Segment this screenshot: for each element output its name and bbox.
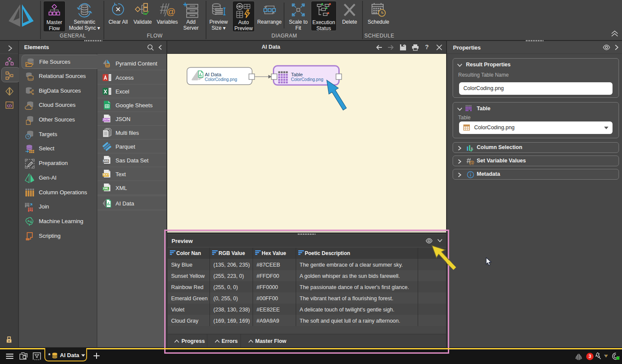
svg-text:@: @	[469, 160, 474, 165]
svg-text:SAS: SAS	[103, 159, 109, 162]
svg-text:TEXT: TEXT	[102, 173, 109, 176]
svg-text:ColorCoding.png: ColorCoding.png	[205, 77, 237, 82]
svg-text:ColorCoding.png: ColorCoding.png	[291, 77, 323, 82]
svg-text:JSON: JSON	[103, 118, 110, 121]
svg-text:@: @	[166, 6, 175, 16]
svg-text:XML: XML	[103, 187, 109, 190]
svg-text:Table: Table	[291, 72, 303, 77]
svg-text:AI Data: AI Data	[205, 72, 222, 77]
